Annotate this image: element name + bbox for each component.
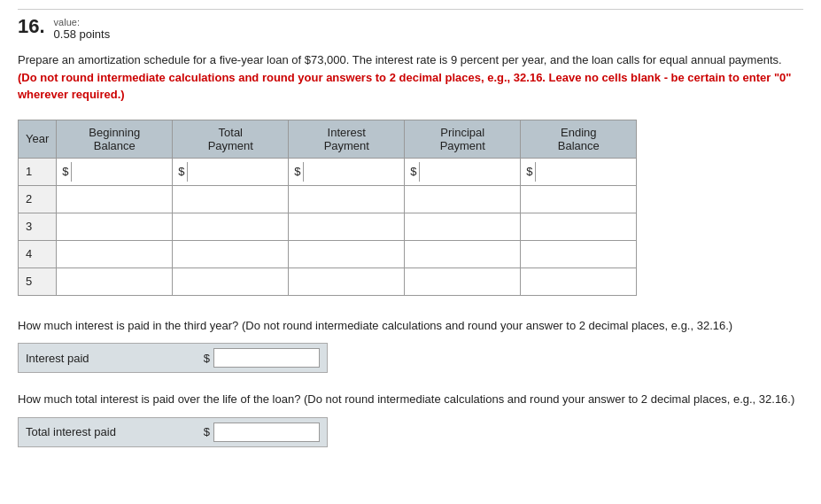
principal-payment-cell-4 bbox=[405, 240, 521, 268]
interest-paid-row: Interest paid $ bbox=[18, 343, 328, 373]
total-interest-dollar-sign: $ bbox=[204, 425, 210, 438]
principal-payment-cell-2 bbox=[405, 185, 521, 213]
principal-payment-cell-1: $ bbox=[405, 158, 521, 185]
total-interest-paid-row: Total interest paid $ bbox=[18, 417, 328, 447]
question-number: 16. bbox=[18, 17, 45, 36]
beginning-balance-input-2[interactable] bbox=[62, 190, 167, 209]
interest-payment-input-3[interactable] bbox=[294, 217, 399, 236]
beginning-balance-input-4[interactable] bbox=[62, 244, 167, 264]
year-4-label: 4 bbox=[19, 240, 57, 268]
ending-balance-input-3[interactable] bbox=[526, 217, 631, 236]
dollar-sign: $ bbox=[294, 165, 300, 178]
total-interest-question-red: (Do not round intermediate calculations … bbox=[304, 392, 794, 406]
total-payment-input-5[interactable] bbox=[178, 272, 283, 291]
interest-payment-input-4[interactable] bbox=[294, 244, 399, 264]
interest-payment-cell-1: $ bbox=[289, 158, 405, 185]
question-text: Prepare an amortization schedule for a f… bbox=[18, 51, 803, 104]
interest-payment-cell-5 bbox=[289, 268, 405, 295]
ending-balance-cell-3 bbox=[521, 213, 637, 240]
dollar-sign: $ bbox=[62, 165, 68, 178]
ending-balance-cell-2 bbox=[521, 185, 637, 213]
ending-balance-input-5[interactable] bbox=[526, 272, 631, 291]
principal-payment-input-3[interactable] bbox=[410, 217, 515, 236]
year-header: Year bbox=[19, 120, 57, 158]
interest-payment-input-5[interactable] bbox=[294, 272, 399, 291]
interest-payment-cell-3 bbox=[289, 213, 405, 240]
total-payment-cell-3 bbox=[173, 213, 289, 240]
beginning-balance-cell-5 bbox=[57, 268, 173, 295]
principal-payment-header: PrincipalPayment bbox=[405, 120, 521, 158]
total-payment-input-2[interactable] bbox=[178, 190, 283, 209]
beginning-balance-cell-1: $ bbox=[57, 158, 173, 185]
total-payment-cell-5 bbox=[173, 268, 289, 295]
total-payment-cell-1: $ bbox=[173, 158, 289, 185]
interest-payment-input-1[interactable] bbox=[303, 162, 391, 182]
interest-question-normal: How much interest is paid in the third y… bbox=[18, 319, 238, 332]
interest-payment-cell-4 bbox=[289, 240, 405, 268]
interest-payment-cell-2 bbox=[289, 185, 405, 213]
beginning-balance-cell-4 bbox=[57, 240, 173, 268]
interest-payment-header: InterestPayment bbox=[289, 120, 405, 158]
ending-balance-input-1[interactable] bbox=[535, 162, 623, 182]
interest-dollar-sign: $ bbox=[204, 352, 210, 365]
prompt-bold-red: (Do not round intermediate calculations … bbox=[18, 71, 791, 102]
principal-payment-input-1[interactable] bbox=[419, 162, 507, 182]
interest-paid-input[interactable] bbox=[213, 348, 320, 368]
question-header: 16. value: 0.58 points bbox=[18, 9, 803, 41]
table-row: 1 $ $ $ $ bbox=[19, 158, 637, 185]
table-row: 2 bbox=[19, 185, 637, 213]
table-row: 5 bbox=[19, 268, 637, 295]
dollar-sign: $ bbox=[526, 165, 532, 178]
dollar-sign: $ bbox=[178, 165, 184, 178]
principal-payment-input-4[interactable] bbox=[410, 244, 515, 264]
ending-balance-input-4[interactable] bbox=[526, 244, 631, 264]
total-payment-header: TotalPayment bbox=[173, 120, 289, 158]
ending-balance-cell-1: $ bbox=[521, 158, 637, 185]
principal-payment-input-5[interactable] bbox=[410, 272, 515, 291]
table-row: 3 bbox=[19, 213, 637, 240]
year-3-label: 3 bbox=[19, 213, 57, 240]
beginning-balance-input-3[interactable] bbox=[62, 217, 167, 236]
total-interest-paid-label: Total interest paid bbox=[26, 425, 204, 438]
principal-payment-input-2[interactable] bbox=[410, 190, 515, 209]
total-payment-cell-2 bbox=[173, 185, 289, 213]
year-1-label: 1 bbox=[19, 158, 57, 185]
total-payment-cell-4 bbox=[173, 240, 289, 268]
beginning-balance-input-5[interactable] bbox=[62, 272, 167, 291]
year-2-label: 2 bbox=[19, 185, 57, 213]
total-payment-input-3[interactable] bbox=[178, 217, 283, 236]
beginning-balance-header: BeginningBalance bbox=[57, 120, 173, 158]
principal-payment-cell-3 bbox=[405, 213, 521, 240]
beginning-balance-cell-2 bbox=[57, 185, 173, 213]
points: 0.58 points bbox=[54, 27, 111, 41]
principal-payment-cell-5 bbox=[405, 268, 521, 295]
amortization-table: Year BeginningBalance TotalPayment Inter… bbox=[18, 120, 637, 296]
ending-balance-header: EndingBalance bbox=[521, 120, 637, 158]
total-payment-input-1[interactable] bbox=[187, 162, 275, 182]
total-interest-question: How much total interest is paid over the… bbox=[18, 391, 803, 408]
question-meta: value: 0.58 points bbox=[54, 17, 111, 41]
dollar-sign: $ bbox=[410, 165, 416, 178]
beginning-balance-cell-3 bbox=[57, 213, 173, 240]
total-interest-question-normal: How much total interest is paid over the… bbox=[18, 392, 300, 406]
year-5-label: 5 bbox=[19, 268, 57, 295]
prompt-normal: Prepare an amortization schedule for a f… bbox=[18, 53, 782, 66]
ending-balance-cell-5 bbox=[521, 268, 637, 295]
beginning-balance-input-1[interactable] bbox=[71, 162, 159, 182]
ending-balance-cell-4 bbox=[521, 240, 637, 268]
table-row: 4 bbox=[19, 240, 637, 268]
interest-question: How much interest is paid in the third y… bbox=[18, 317, 803, 335]
interest-question-red: (Do not round intermediate calculations … bbox=[242, 319, 732, 332]
interest-paid-label: Interest paid bbox=[26, 352, 204, 365]
ending-balance-input-2[interactable] bbox=[526, 190, 631, 209]
total-interest-paid-input[interactable] bbox=[213, 423, 320, 442]
value-label: value: bbox=[54, 17, 111, 27]
interest-payment-input-2[interactable] bbox=[294, 190, 399, 209]
total-payment-input-4[interactable] bbox=[178, 244, 283, 264]
